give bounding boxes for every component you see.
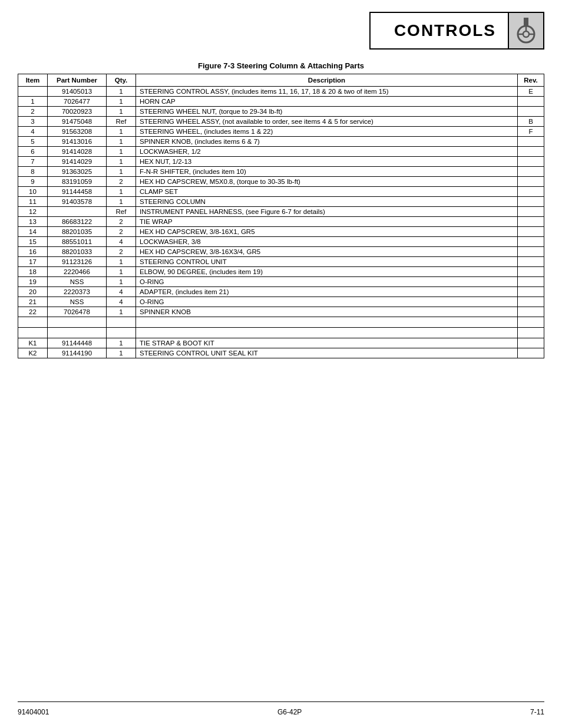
parts-table: Item Part Number Qty. Description Rev. 9… [18, 74, 544, 358]
cell-qty-11: 1 [107, 197, 136, 207]
cell-item-9: 9 [18, 177, 48, 187]
table-row: 1822204661ELBOW, 90 DEGREE, (includes it… [18, 267, 544, 277]
table-row: K2911441901STEERING CONTROL UNIT SEAL KI… [18, 348, 544, 358]
cell-qty-22: 1 [107, 307, 136, 317]
table-row: 7914140291 HEX NUT, 1/2-13 [18, 157, 544, 167]
cell-rev-18 [518, 267, 544, 277]
cell-rev-22 [518, 307, 544, 317]
cell-part-9: 83191059 [48, 177, 107, 187]
cell-item-20: 20 [18, 287, 48, 297]
cell-item-8: 8 [18, 167, 48, 177]
table-row: 8913630251F-N-R SHIFTER, (includes item … [18, 167, 544, 177]
page-title: CONTROLS [371, 17, 508, 45]
spacer [18, 358, 544, 701]
cell-item-6: 6 [18, 147, 48, 157]
cell-rev-26 [518, 348, 544, 358]
cell-qty-17: 1 [107, 257, 136, 267]
cell-qty-0: 1 [107, 87, 136, 97]
cell-qty-23 [107, 317, 136, 328]
cell-item-24 [18, 328, 48, 338]
cell-item-4: 4 [18, 127, 48, 137]
cell-rev-24 [518, 328, 544, 338]
cell-part-21: NSS [48, 297, 107, 307]
cell-part-18: 2220466 [48, 267, 107, 277]
cell-part-23 [48, 317, 107, 328]
cell-desc-25: TIE STRAP & BOOT KIT [136, 338, 518, 348]
cell-qty-3: Ref [107, 117, 136, 127]
cell-qty-21: 4 [107, 297, 136, 307]
cell-item-16: 16 [18, 247, 48, 257]
cell-part-4: 91563208 [48, 127, 107, 137]
controls-header-box: CONTROLS [369, 12, 544, 50]
cell-desc-13: TIE WRAP [136, 217, 518, 227]
col-header-qty: Qty. [107, 74, 136, 87]
footer-center: G6-42P [277, 708, 302, 716]
cell-qty-12: Ref [107, 207, 136, 217]
cell-part-0: 91405013 [48, 87, 107, 97]
cell-rev-19 [518, 277, 544, 287]
cell-part-24 [48, 328, 107, 338]
cell-item-13: 13 [18, 217, 48, 227]
col-header-item: Item [18, 74, 48, 87]
table-row: 15885510114LOCKWASHER, 3/8 [18, 237, 544, 247]
cell-rev-21 [518, 297, 544, 307]
cell-desc-24 [136, 328, 518, 338]
cell-part-26: 91144190 [48, 348, 107, 358]
cell-qty-20: 4 [107, 287, 136, 297]
cell-rev-0: E [518, 87, 544, 97]
cell-rev-2 [518, 107, 544, 117]
cell-qty-14: 2 [107, 227, 136, 237]
page-footer: 91404001 G6-42P 7-11 [18, 701, 544, 716]
table-row: 914050131STEERING CONTROL ASSY, (include… [18, 87, 544, 97]
cell-qty-1: 1 [107, 97, 136, 107]
cell-part-22: 7026478 [48, 307, 107, 317]
table-row: 16882010332HEX HD CAPSCREW, 3/8-16X3/4, … [18, 247, 544, 257]
cell-qty-19: 1 [107, 277, 136, 287]
cell-item-14: 14 [18, 227, 48, 237]
table-row: 6914140281 LOCKWASHER, 1/2 [18, 147, 544, 157]
cell-part-19: NSS [48, 277, 107, 287]
cell-desc-8: F-N-R SHIFTER, (includes item 10) [136, 167, 518, 177]
table-row [18, 328, 544, 338]
cell-qty-6: 1 [107, 147, 136, 157]
cell-rev-8 [518, 167, 544, 177]
cell-rev-7 [518, 157, 544, 167]
cell-rev-5 [518, 137, 544, 147]
cell-desc-0: STEERING CONTROL ASSY, (includes items 1… [136, 87, 518, 97]
cell-rev-3: B [518, 117, 544, 127]
cell-rev-10 [518, 187, 544, 197]
cell-part-12 [48, 207, 107, 217]
cell-rev-16 [518, 247, 544, 257]
cell-rev-14 [518, 227, 544, 237]
cell-desc-19: O-RING [136, 277, 518, 287]
col-header-rev: Rev. [518, 74, 544, 87]
cell-qty-13: 2 [107, 217, 136, 227]
cell-part-20: 2220373 [48, 287, 107, 297]
cell-desc-18: ELBOW, 90 DEGREE, (includes item 19) [136, 267, 518, 277]
cell-desc-26: STEERING CONTROL UNIT SEAL KIT [136, 348, 518, 358]
cell-item-1: 1 [18, 97, 48, 107]
cell-item-10: 10 [18, 187, 48, 197]
col-header-desc: Description [136, 74, 518, 87]
cell-rev-17 [518, 257, 544, 267]
table-row [18, 317, 544, 328]
cell-desc-22: SPINNER KNOB [136, 307, 518, 317]
cell-part-2: 70020923 [48, 107, 107, 117]
steering-icon [508, 13, 543, 48]
cell-item-17: 17 [18, 257, 48, 267]
table-row: 11914035781STEERING COLUMN [18, 197, 544, 207]
cell-item-3: 3 [18, 117, 48, 127]
cell-item-12: 12 [18, 207, 48, 217]
cell-part-5: 91413016 [48, 137, 107, 147]
cell-rev-13 [518, 217, 544, 227]
cell-desc-14: HEX HD CAPSCREW, 3/8-16X1, GR5 [136, 227, 518, 237]
cell-item-25: K1 [18, 338, 48, 348]
cell-part-16: 88201033 [48, 247, 107, 257]
cell-desc-9: HEX HD CAPSCREW, M5X0.8, (torque to 30-3… [136, 177, 518, 187]
cell-item-2: 2 [18, 107, 48, 117]
cell-qty-7: 1 [107, 157, 136, 167]
cell-desc-2: STEERING WHEEL NUT, (torque to 29-34 lb-… [136, 107, 518, 117]
cell-part-8: 91363025 [48, 167, 107, 177]
cell-qty-2: 1 [107, 107, 136, 117]
cell-rev-11 [518, 197, 544, 207]
